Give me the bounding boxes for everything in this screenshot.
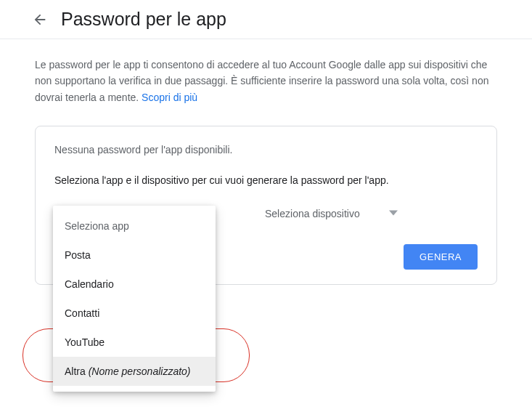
menu-item-youtube[interactable]: YouTube	[53, 328, 216, 357]
menu-item-other-suffix: (Nome personalizzato)	[89, 365, 191, 377]
description-body: Le password per le app ti consentono di …	[35, 59, 488, 103]
learn-more-link[interactable]: Scopri di più	[142, 92, 197, 103]
menu-header: Seleziona app	[53, 211, 216, 241]
menu-item-mail[interactable]: Posta	[53, 241, 216, 270]
generate-button[interactable]: GENERA	[404, 244, 478, 270]
menu-item-other-prefix: Altra	[65, 365, 89, 377]
description-text: Le password per le app ti consentono di …	[35, 57, 497, 105]
back-arrow-icon[interactable]	[32, 12, 48, 28]
select-prompt-text: Seleziona l'app e il dispositivo per cui…	[54, 174, 478, 186]
select-device-label: Seleziona dispositivo	[265, 208, 360, 219]
menu-item-calendar[interactable]: Calendario	[53, 270, 216, 299]
menu-item-other[interactable]: Altra (Nome personalizzato)	[53, 357, 216, 386]
select-device-dropdown[interactable]: Seleziona dispositivo	[265, 203, 398, 224]
select-app-menu: Seleziona app Posta Calendario Contatti …	[53, 206, 216, 392]
menu-item-contacts[interactable]: Contatti	[53, 299, 216, 328]
page-title: Password per le app	[61, 9, 226, 30]
no-passwords-text: Nessuna password per l'app disponibili.	[54, 144, 478, 155]
caret-down-icon	[389, 208, 398, 219]
